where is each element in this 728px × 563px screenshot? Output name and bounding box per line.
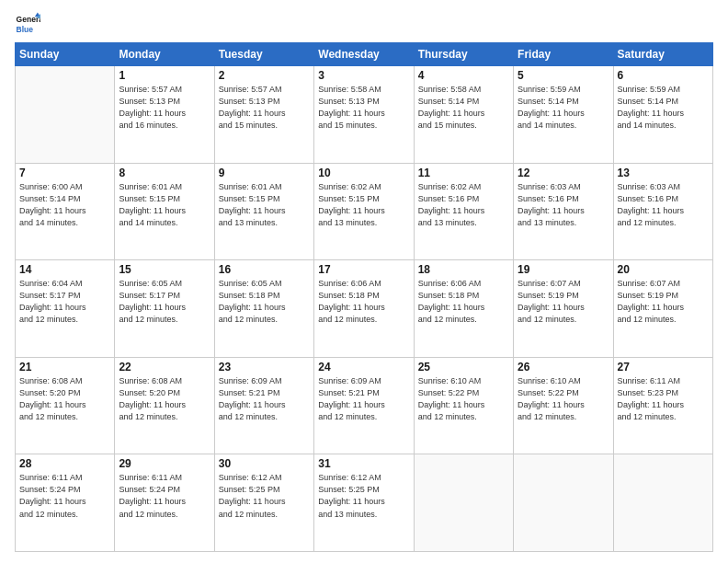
day-info: Sunrise: 6:02 AM Sunset: 5:15 PM Dayligh… (318, 181, 409, 229)
day-info: Sunrise: 6:05 AM Sunset: 5:18 PM Dayligh… (219, 278, 310, 326)
day-info: Sunrise: 6:01 AM Sunset: 5:15 PM Dayligh… (119, 181, 210, 229)
day-cell: 23Sunrise: 6:09 AM Sunset: 5:21 PM Dayli… (214, 357, 313, 454)
day-info: Sunrise: 5:59 AM Sunset: 5:14 PM Dayligh… (518, 84, 609, 132)
day-number: 30 (219, 457, 310, 470)
weekday-saturday: Saturday (613, 43, 712, 66)
day-info: Sunrise: 5:59 AM Sunset: 5:14 PM Dayligh… (618, 84, 709, 132)
day-info: Sunrise: 6:02 AM Sunset: 5:16 PM Dayligh… (418, 181, 509, 229)
day-info: Sunrise: 6:03 AM Sunset: 5:16 PM Dayligh… (518, 181, 609, 229)
day-info: Sunrise: 6:11 AM Sunset: 5:24 PM Dayligh… (19, 472, 110, 520)
day-info: Sunrise: 6:04 AM Sunset: 5:17 PM Dayligh… (19, 278, 110, 326)
day-cell: 1Sunrise: 5:57 AM Sunset: 5:13 PM Daylig… (115, 66, 214, 164)
logo: General Blue (15, 11, 40, 37)
day-number: 19 (518, 263, 609, 276)
day-number: 12 (518, 167, 609, 179)
day-cell: 20Sunrise: 6:07 AM Sunset: 5:19 PM Dayli… (613, 260, 712, 358)
day-info: Sunrise: 6:06 AM Sunset: 5:18 PM Dayligh… (418, 278, 509, 326)
day-info: Sunrise: 6:09 AM Sunset: 5:21 PM Dayligh… (318, 375, 409, 423)
header: General Blue (15, 11, 713, 37)
weekday-wednesday: Wednesday (314, 43, 414, 66)
day-number: 29 (119, 457, 210, 470)
day-number: 25 (418, 361, 509, 373)
weekday-friday: Friday (514, 43, 613, 66)
day-number: 5 (518, 69, 609, 82)
day-cell: 28Sunrise: 6:11 AM Sunset: 5:24 PM Dayli… (16, 454, 115, 552)
day-info: Sunrise: 6:08 AM Sunset: 5:20 PM Dayligh… (19, 375, 110, 423)
day-cell: 16Sunrise: 6:05 AM Sunset: 5:18 PM Dayli… (214, 260, 313, 358)
day-number: 16 (219, 263, 310, 276)
day-info: Sunrise: 5:58 AM Sunset: 5:13 PM Dayligh… (318, 84, 409, 132)
calendar-table: SundayMondayTuesdayWednesdayThursdayFrid… (15, 42, 713, 552)
day-number: 7 (19, 167, 110, 179)
day-info: Sunrise: 6:12 AM Sunset: 5:25 PM Dayligh… (318, 472, 409, 520)
week-row-1: 1Sunrise: 5:57 AM Sunset: 5:13 PM Daylig… (16, 66, 713, 164)
day-cell: 11Sunrise: 6:02 AM Sunset: 5:16 PM Dayli… (414, 163, 513, 260)
svg-text:Blue: Blue (17, 25, 34, 34)
day-cell: 17Sunrise: 6:06 AM Sunset: 5:18 PM Dayli… (314, 260, 414, 358)
day-number: 22 (119, 361, 210, 373)
day-number: 26 (518, 361, 609, 373)
week-row-3: 14Sunrise: 6:04 AM Sunset: 5:17 PM Dayli… (16, 260, 713, 358)
weekday-header-row: SundayMondayTuesdayWednesdayThursdayFrid… (16, 43, 713, 66)
weekday-thursday: Thursday (414, 43, 513, 66)
day-number: 17 (318, 263, 409, 276)
day-cell: 12Sunrise: 6:03 AM Sunset: 5:16 PM Dayli… (514, 163, 613, 260)
day-number: 31 (318, 457, 409, 470)
day-cell: 29Sunrise: 6:11 AM Sunset: 5:24 PM Dayli… (115, 454, 214, 552)
day-cell: 8Sunrise: 6:01 AM Sunset: 5:15 PM Daylig… (115, 163, 214, 260)
day-cell: 13Sunrise: 6:03 AM Sunset: 5:16 PM Dayli… (613, 163, 712, 260)
weekday-sunday: Sunday (16, 43, 115, 66)
day-cell: 4Sunrise: 5:58 AM Sunset: 5:14 PM Daylig… (414, 66, 513, 164)
day-info: Sunrise: 6:10 AM Sunset: 5:22 PM Dayligh… (418, 375, 509, 423)
day-info: Sunrise: 6:05 AM Sunset: 5:17 PM Dayligh… (119, 278, 210, 326)
day-cell: 25Sunrise: 6:10 AM Sunset: 5:22 PM Dayli… (414, 357, 513, 454)
week-row-2: 7Sunrise: 6:00 AM Sunset: 5:14 PM Daylig… (16, 163, 713, 260)
day-info: Sunrise: 6:06 AM Sunset: 5:18 PM Dayligh… (318, 278, 409, 326)
day-cell: 2Sunrise: 5:57 AM Sunset: 5:13 PM Daylig… (214, 66, 313, 164)
day-cell: 19Sunrise: 6:07 AM Sunset: 5:19 PM Dayli… (514, 260, 613, 358)
day-cell: 22Sunrise: 6:08 AM Sunset: 5:20 PM Dayli… (115, 357, 214, 454)
day-number: 4 (418, 69, 509, 82)
day-info: Sunrise: 5:58 AM Sunset: 5:14 PM Dayligh… (418, 84, 509, 132)
day-number: 2 (219, 69, 310, 82)
day-info: Sunrise: 5:57 AM Sunset: 5:13 PM Dayligh… (219, 84, 310, 132)
day-cell: 15Sunrise: 6:05 AM Sunset: 5:17 PM Dayli… (115, 260, 214, 358)
day-info: Sunrise: 6:09 AM Sunset: 5:21 PM Dayligh… (219, 375, 310, 423)
day-cell (613, 454, 712, 552)
weekday-monday: Monday (115, 43, 214, 66)
weekday-tuesday: Tuesday (214, 43, 313, 66)
day-cell (16, 66, 115, 164)
day-cell: 26Sunrise: 6:10 AM Sunset: 5:22 PM Dayli… (514, 357, 613, 454)
day-info: Sunrise: 5:57 AM Sunset: 5:13 PM Dayligh… (119, 84, 210, 132)
week-row-4: 21Sunrise: 6:08 AM Sunset: 5:20 PM Dayli… (16, 357, 713, 454)
day-cell (514, 454, 613, 552)
day-number: 20 (618, 263, 709, 276)
day-info: Sunrise: 6:00 AM Sunset: 5:14 PM Dayligh… (19, 181, 110, 229)
day-info: Sunrise: 6:03 AM Sunset: 5:16 PM Dayligh… (618, 181, 709, 229)
day-number: 10 (318, 167, 409, 179)
day-info: Sunrise: 6:10 AM Sunset: 5:22 PM Dayligh… (518, 375, 609, 423)
day-number: 21 (19, 361, 110, 373)
day-info: Sunrise: 6:11 AM Sunset: 5:24 PM Dayligh… (119, 472, 210, 520)
day-info: Sunrise: 6:07 AM Sunset: 5:19 PM Dayligh… (518, 278, 609, 326)
day-cell: 31Sunrise: 6:12 AM Sunset: 5:25 PM Dayli… (314, 454, 414, 552)
day-cell: 9Sunrise: 6:01 AM Sunset: 5:15 PM Daylig… (214, 163, 313, 260)
day-info: Sunrise: 6:01 AM Sunset: 5:15 PM Dayligh… (219, 181, 310, 229)
day-info: Sunrise: 6:11 AM Sunset: 5:23 PM Dayligh… (618, 375, 709, 423)
day-info: Sunrise: 6:12 AM Sunset: 5:25 PM Dayligh… (219, 472, 310, 520)
day-cell: 5Sunrise: 5:59 AM Sunset: 5:14 PM Daylig… (514, 66, 613, 164)
day-info: Sunrise: 6:07 AM Sunset: 5:19 PM Dayligh… (618, 278, 709, 326)
page: General Blue SundayMondayTuesdayWednesda… (0, 0, 728, 563)
day-number: 23 (219, 361, 310, 373)
day-cell: 21Sunrise: 6:08 AM Sunset: 5:20 PM Dayli… (16, 357, 115, 454)
day-cell (414, 454, 513, 552)
day-number: 6 (618, 69, 709, 82)
day-number: 11 (418, 167, 509, 179)
day-number: 18 (418, 263, 509, 276)
logo-icon: General Blue (15, 11, 40, 37)
day-cell: 10Sunrise: 6:02 AM Sunset: 5:15 PM Dayli… (314, 163, 414, 260)
day-info: Sunrise: 6:08 AM Sunset: 5:20 PM Dayligh… (119, 375, 210, 423)
day-number: 1 (119, 69, 210, 82)
day-number: 14 (19, 263, 110, 276)
day-number: 15 (119, 263, 210, 276)
